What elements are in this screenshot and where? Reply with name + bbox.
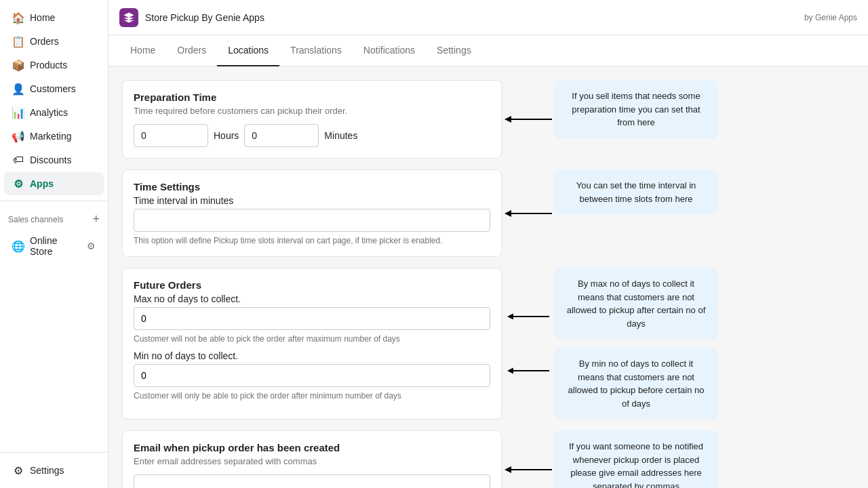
email-arrow bbox=[502, 430, 555, 488]
future-orders-tooltips: By max no of days to collect it means th… bbox=[555, 268, 717, 420]
time-settings-tooltip: You can set the time interval in between… bbox=[555, 169, 717, 215]
sidebar-label-home: Home bbox=[30, 12, 55, 23]
home-icon: 🏠 bbox=[12, 12, 24, 24]
svg-marker-7 bbox=[507, 368, 513, 374]
interval-label: Time interval in minutes bbox=[134, 195, 490, 206]
email-notification-tooltip: If you want someone to be notified whene… bbox=[555, 430, 717, 488]
max-days-hint: Customer will not be able to pick the or… bbox=[134, 334, 490, 344]
interval-input[interactable] bbox=[134, 209, 490, 232]
orders-icon: 📋 bbox=[12, 35, 24, 47]
future-orders-max-tooltip: By max no of days to collect it means th… bbox=[555, 268, 717, 340]
sidebar-item-marketing[interactable]: 📢 Marketing bbox=[4, 125, 104, 148]
min-days-label: Min no of days to collect. bbox=[134, 350, 490, 361]
sidebar-item-customers[interactable]: 👤 Customers bbox=[4, 77, 104, 100]
sidebar-item-home[interactable]: 🏠 Home bbox=[4, 6, 104, 29]
tab-orders[interactable]: Orders bbox=[166, 35, 217, 66]
customers-icon: 👤 bbox=[12, 83, 24, 95]
interval-hint: This option will define Pickup time slot… bbox=[134, 236, 490, 245]
preparation-time-title: Preparation Time bbox=[134, 92, 490, 103]
app-logo-icon bbox=[123, 12, 135, 24]
preparation-time-card: Preparation Time Time required before cu… bbox=[122, 80, 502, 159]
arrow-left-icon-4 bbox=[507, 364, 549, 378]
future-orders-card: Future Orders Max no of days to collect.… bbox=[122, 268, 502, 420]
preparation-time-row: Preparation Time Time required before cu… bbox=[122, 80, 868, 159]
sidebar-label-orders: Orders bbox=[30, 36, 59, 47]
max-days-label: Max no of days to collect. bbox=[134, 293, 490, 304]
min-days-input[interactable] bbox=[134, 364, 490, 387]
app-logo bbox=[119, 8, 138, 27]
tab-home[interactable]: Home bbox=[119, 35, 166, 66]
hours-input[interactable] bbox=[134, 124, 208, 147]
sidebar-label-products: Products bbox=[30, 60, 67, 70]
sidebar-item-discounts[interactable]: 🏷 Discounts bbox=[4, 148, 104, 171]
email-notification-row: Email when pickup order has been created… bbox=[122, 430, 868, 488]
sidebar-label-apps: Apps bbox=[30, 178, 54, 189]
email-notification-title: Email when pickup order has been created bbox=[134, 442, 490, 453]
main-area: Store Pickup By Genie Apps by Genie Apps… bbox=[108, 0, 868, 488]
future-orders-min-tooltip: By min no of days to collect it means th… bbox=[555, 348, 717, 420]
marketing-icon: 📢 bbox=[12, 130, 24, 142]
svg-marker-1 bbox=[505, 116, 511, 123]
online-store-icon: 🌐 bbox=[12, 240, 24, 252]
minutes-input[interactable] bbox=[244, 124, 319, 147]
sidebar-item-analytics[interactable]: 📊 Analytics bbox=[4, 101, 104, 124]
max-arrow bbox=[505, 310, 552, 323]
email-notification-desc: Enter email addresses separated with com… bbox=[134, 456, 490, 466]
preparation-time-tooltip: If you sell items that needs some prepar… bbox=[555, 80, 717, 139]
tab-locations[interactable]: Locations bbox=[217, 35, 279, 66]
max-days-input[interactable] bbox=[134, 307, 490, 330]
sidebar-item-orders[interactable]: 📋 Orders bbox=[4, 30, 104, 53]
email-input[interactable] bbox=[134, 474, 490, 488]
sidebar-label-marketing: Marketing bbox=[30, 131, 71, 142]
online-store-settings-icon[interactable]: ⚙ bbox=[87, 241, 96, 251]
min-days-hint: Customer will only be able to pick the o… bbox=[134, 391, 490, 401]
sidebar-item-online-store[interactable]: 🌐 Online Store ⚙ bbox=[4, 230, 104, 262]
time-settings-title: Time Settings bbox=[134, 181, 490, 192]
analytics-icon: 📊 bbox=[12, 106, 24, 119]
preparation-time-desc: Time required before customers can picku… bbox=[134, 106, 490, 116]
min-arrow bbox=[505, 364, 552, 378]
future-orders-arrows bbox=[502, 268, 555, 420]
sidebar: 🏠 Home 📋 Orders 📦 Products 👤 Customers 📊… bbox=[0, 0, 108, 488]
svg-marker-3 bbox=[505, 210, 511, 217]
topbar-by-label: by Genie Apps bbox=[804, 13, 857, 22]
apps-icon: ⚙ bbox=[12, 178, 24, 190]
sidebar-item-products[interactable]: 📦 Products bbox=[4, 54, 104, 77]
products-icon: 📦 bbox=[12, 59, 24, 71]
settings-icon: ⚙ bbox=[12, 464, 24, 476]
sidebar-label-customers: Customers bbox=[30, 83, 76, 94]
arrow-left-icon bbox=[505, 113, 552, 126]
sidebar-label-settings: Settings bbox=[30, 465, 64, 476]
hours-label: Hours bbox=[214, 130, 239, 141]
future-orders-title: Future Orders bbox=[134, 279, 490, 291]
sidebar-item-settings[interactable]: ⚙ Settings bbox=[4, 459, 104, 482]
tab-notifications[interactable]: Notifications bbox=[353, 35, 426, 66]
sidebar-item-apps[interactable]: ⚙ Apps bbox=[4, 172, 104, 195]
arrow-left-icon-3 bbox=[507, 310, 549, 323]
svg-marker-5 bbox=[507, 314, 513, 320]
sidebar-label-online-store: Online Store bbox=[30, 235, 81, 257]
sidebar-label-analytics: Analytics bbox=[30, 107, 68, 118]
time-settings-arrow bbox=[502, 169, 555, 257]
content-area: Preparation Time Time required before cu… bbox=[108, 66, 868, 488]
time-settings-card: Time Settings Time interval in minutes T… bbox=[122, 169, 502, 257]
topbar: Store Pickup By Genie Apps by Genie Apps bbox=[108, 0, 868, 35]
minutes-label: Minutes bbox=[324, 130, 357, 141]
arrow-left-icon-2 bbox=[505, 207, 552, 220]
sales-channels-label: Sales channels bbox=[8, 215, 63, 224]
tab-translations[interactable]: Translations bbox=[279, 35, 353, 66]
discounts-icon: 🏷 bbox=[12, 154, 24, 166]
add-sales-channel-icon[interactable]: + bbox=[92, 212, 100, 226]
arrow-left-icon-5 bbox=[505, 463, 552, 476]
svg-marker-9 bbox=[505, 466, 511, 473]
preparation-arrow bbox=[502, 80, 555, 159]
email-notification-card: Email when pickup order has been created… bbox=[122, 430, 502, 488]
sidebar-label-discounts: Discounts bbox=[30, 155, 71, 165]
tabs-bar: Home Orders Locations Translations Notif… bbox=[108, 35, 868, 66]
future-orders-row: Future Orders Max no of days to collect.… bbox=[122, 268, 868, 420]
tab-settings[interactable]: Settings bbox=[426, 35, 482, 66]
time-settings-row: Time Settings Time interval in minutes T… bbox=[122, 169, 868, 257]
app-title: Store Pickup By Genie Apps bbox=[145, 12, 264, 23]
